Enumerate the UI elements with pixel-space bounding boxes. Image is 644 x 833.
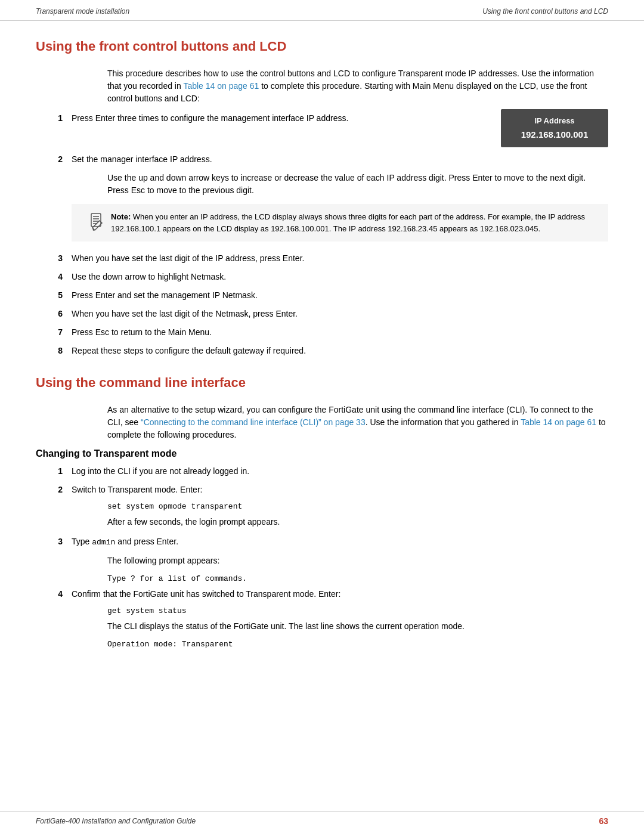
list-item: 1 IP Address 192.168.100.001 Press Enter…	[36, 112, 608, 147]
list-item: 2 Switch to Transparent mode. Enter:	[36, 484, 608, 496]
note-icon	[81, 211, 111, 234]
substep3-after-text: The following prompt appears:	[107, 555, 608, 567]
page-footer: FortiGate-400 Installation and Configura…	[0, 811, 644, 833]
substep2-after: After a few seconds, the login prompt ap…	[107, 516, 608, 528]
table14-link1[interactable]: Table 14 on page 61	[183, 81, 259, 91]
section1-heading: Using the front control buttons and LCD	[36, 39, 608, 57]
substep1-text: Log into the CLI if you are not already …	[72, 466, 249, 476]
list-item: 7 Press Esc to return to the Main Menu.	[36, 326, 608, 339]
substep3-code-inline: admin	[92, 538, 115, 547]
step-content: Type admin and press Enter.	[72, 535, 608, 549]
code-block: set system opmode transparent	[107, 502, 608, 511]
step3-text: When you have set the last digit of the …	[72, 253, 304, 263]
step-number: 8	[36, 345, 72, 357]
step-number: 3	[36, 535, 72, 549]
ip-address-box: IP Address 192.168.100.001	[501, 109, 608, 147]
step-content: Log into the CLI if you are not already …	[72, 465, 608, 478]
step-number: 2	[36, 153, 72, 166]
page-header: Transparent mode installation Using the …	[0, 0, 644, 21]
list-item: 4 Use the down arrow to highlight Netmas…	[36, 271, 608, 283]
list-item: 3 When you have set the last digit of th…	[36, 252, 608, 265]
header-right: Using the front control buttons and LCD	[482, 7, 608, 16]
steps-1-2: 1 IP Address 192.168.100.001 Press Enter…	[36, 112, 608, 166]
section2: Using the command line interface As an a…	[36, 375, 608, 649]
step4-text: Use the down arrow to highlight Netmask.	[72, 272, 226, 281]
substep2-text: Switch to Transparent mode. Enter:	[72, 485, 202, 494]
footer-left: FortiGate-400 Installation and Configura…	[36, 817, 196, 825]
header-left: Transparent mode installation	[36, 7, 129, 16]
substep4-after: The CLI displays the status of the Forti…	[107, 620, 608, 633]
substep4-text: Confirm that the FortiGate unit has swit…	[72, 589, 340, 599]
page-container: Transparent mode installation Using the …	[0, 0, 644, 833]
step2-text: Set the manager interface IP address.	[72, 154, 212, 164]
substep3-text-before: Type	[72, 537, 92, 546]
step6-text: When you have set the last digit of the …	[72, 309, 298, 318]
list-item: 2 Set the manager interface IP address.	[36, 153, 608, 166]
step1-text: Press Enter three times to configure the…	[72, 113, 348, 123]
step-number: 4	[36, 271, 72, 283]
step-content: Set the manager interface IP address.	[72, 153, 608, 166]
list-item: 4 Confirm that the FortiGate unit has sw…	[36, 588, 608, 600]
list-item: 3 Type admin and press Enter.	[36, 535, 608, 549]
step8-text: Repeat these steps to configure the defa…	[72, 346, 306, 355]
step-number: 1	[36, 112, 72, 147]
note-body: When you enter an IP address, the LCD di…	[111, 212, 585, 233]
code-block: get system status	[107, 606, 608, 615]
step-content: When you have set the last digit of the …	[72, 308, 608, 320]
step-content: Use the down arrow to highlight Netmask.	[72, 271, 608, 283]
step-content: Press Enter and set the management IP Ne…	[72, 289, 608, 302]
step-content: Confirm that the FortiGate unit has swit…	[72, 588, 608, 600]
section1-intro: This procedure describes how to use the …	[107, 67, 608, 105]
step-content: Repeat these steps to configure the defa…	[72, 345, 608, 357]
arrow-keys-text: Use the up and down arrow keys to increa…	[107, 172, 608, 197]
main-content: Using the front control buttons and LCD …	[0, 21, 644, 714]
note-label: Note:	[111, 212, 131, 221]
step7-text: Press Esc to return to the Main Menu.	[72, 327, 212, 337]
ip-label: IP Address	[512, 115, 597, 127]
step-content: Press Esc to return to the Main Menu.	[72, 326, 608, 339]
ip-value: 192.168.100.001	[521, 129, 589, 140]
section1: Using the front control buttons and LCD …	[36, 39, 608, 357]
code-block: Type ? for a list of commands.	[107, 574, 608, 583]
step-content: Switch to Transparent mode. Enter:	[72, 484, 608, 496]
note-container: Note: When you enter an IP address, the …	[72, 204, 608, 241]
list-item: 5 Press Enter and set the management IP …	[36, 289, 608, 302]
subsection-transparent: Changing to Transparent mode 1 Log into …	[36, 448, 608, 649]
step5-text: Press Enter and set the management IP Ne…	[72, 290, 258, 300]
subsection-heading: Changing to Transparent mode	[36, 448, 608, 459]
step-content: When you have set the last digit of the …	[72, 252, 608, 265]
step-number: 6	[36, 308, 72, 320]
step-number: 3	[36, 252, 72, 265]
section2-intro-cont: . Use the information that you gathered …	[366, 417, 521, 427]
list-item: 8 Repeat these steps to configure the de…	[36, 345, 608, 357]
code-block-operation: Operation mode: Transparent	[107, 640, 608, 649]
step-content: IP Address 192.168.100.001 Press Enter t…	[72, 112, 608, 147]
cli-link[interactable]: “Connecting to the command line interfac…	[141, 417, 366, 427]
substep3-text-after: and press Enter.	[115, 537, 178, 546]
step-number: 5	[36, 289, 72, 302]
page-number: 63	[599, 816, 608, 826]
step-number: 4	[36, 588, 72, 600]
note-text: Note: When you enter an IP address, the …	[111, 211, 599, 234]
section2-intro: As an alternative to the setup wizard, y…	[107, 404, 608, 441]
steps-3-8: 3 When you have set the last digit of th…	[36, 252, 608, 357]
pencil-icon	[85, 212, 107, 234]
list-item: 6 When you have set the last digit of th…	[36, 308, 608, 320]
table14-link2[interactable]: Table 14 on page 61	[521, 417, 596, 427]
step-number: 7	[36, 326, 72, 339]
list-item: 1 Log into the CLI if you are not alread…	[36, 465, 608, 478]
step-number: 1	[36, 465, 72, 478]
section2-heading: Using the command line interface	[36, 375, 608, 393]
step-number: 2	[36, 484, 72, 496]
